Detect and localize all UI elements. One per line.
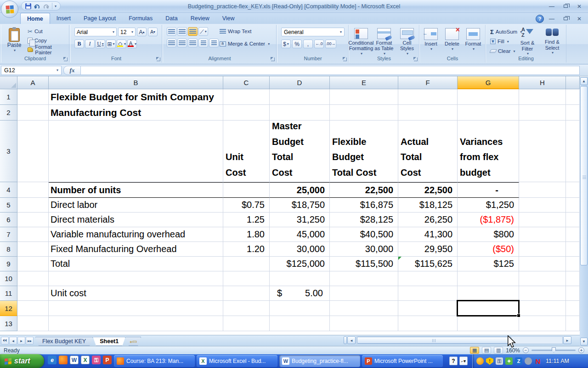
orientation-button[interactable]: ⟋▾ (198, 27, 208, 36)
cell-H12[interactable] (519, 301, 566, 316)
cell-F8[interactable]: 29,950 (398, 242, 458, 257)
column-header-G[interactable]: G (458, 76, 519, 89)
row-header-11[interactable]: 11 (0, 286, 17, 301)
decrease-indent-button[interactable] (198, 39, 208, 47)
cell-B5[interactable]: Direct labor (49, 198, 223, 213)
bold-button[interactable]: B (74, 40, 84, 48)
zoom-out-button[interactable]: − (523, 347, 529, 353)
cell-B4[interactable]: Number of units (49, 182, 223, 198)
office-button[interactable] (1, 0, 18, 18)
tab-home[interactable]: Home (20, 13, 50, 24)
row-header-3[interactable]: 3 (0, 121, 17, 182)
scroll-up-icon[interactable]: ▲ (580, 77, 588, 85)
format-painter-button[interactable]: Format Painter (26, 46, 69, 54)
cell-styles-button[interactable]: Cell Styles▾ (396, 27, 418, 56)
taskbar-button-budgeting[interactable]: W Budgeting_practice-fl... (279, 355, 360, 367)
cell-blank6[interactable] (566, 213, 580, 227)
format-cells-button[interactable]: Format▾ (463, 27, 483, 56)
align-center-button[interactable] (177, 39, 187, 47)
last-sheet-icon[interactable]: ▸▸ (26, 337, 34, 345)
cell-H11[interactable] (519, 286, 566, 301)
row-header-6[interactable]: 6 (0, 213, 17, 227)
underline-button[interactable]: U▾ (96, 40, 105, 48)
comma-style-button[interactable]: , (303, 40, 313, 48)
zoom-slider-handle[interactable] (552, 347, 556, 353)
workbook-restore-button[interactable] (560, 15, 571, 23)
paste-dropdown-icon[interactable]: ▾ (14, 48, 16, 52)
cell-H1[interactable] (519, 89, 566, 105)
cell-D10[interactable] (270, 271, 330, 286)
number-dialog-launcher[interactable] (343, 58, 347, 61)
cell-E5[interactable]: $16,875 (330, 198, 398, 213)
tray-messenger-icon[interactable] (476, 357, 484, 365)
name-box[interactable]: G12▾ (1, 66, 62, 75)
scroll-down-icon[interactable]: ▼ (580, 338, 588, 345)
cell-blank10[interactable] (566, 271, 580, 286)
font-dialog-launcher[interactable] (157, 58, 160, 61)
cell-H13[interactable] (519, 316, 566, 331)
cell-D9[interactable]: $125,000 (270, 257, 330, 271)
cell-G4[interactable]: - (458, 182, 519, 198)
taskbar-button-course[interactable]: Course: BA 213: Man... (114, 355, 195, 367)
cell-F6[interactable]: 26,250 (398, 213, 458, 227)
cell-H4[interactable] (519, 182, 566, 198)
cell-E4[interactable]: 22,500 (330, 182, 398, 198)
tray-key-icon[interactable]: ⚿ (496, 357, 503, 365)
cell-F11[interactable] (398, 286, 458, 301)
workbook-minimize-button[interactable]: — (546, 15, 558, 23)
cell-A4[interactable] (17, 182, 49, 198)
middle-align-button[interactable] (177, 27, 187, 36)
cell-blank8[interactable] (566, 242, 580, 257)
row-header-5[interactable]: 5 (0, 198, 17, 213)
cell-F2[interactable] (398, 105, 458, 121)
cell-D6[interactable]: 31,250 (270, 213, 330, 227)
page-break-view-button[interactable]: ▥ (494, 347, 503, 354)
restore-button[interactable] (560, 2, 571, 10)
cell-D5[interactable]: $18,750 (270, 198, 330, 213)
row-header-7[interactable]: 7 (0, 227, 17, 242)
cell-E6[interactable]: $28,125 (330, 213, 398, 227)
cell-D4[interactable]: 25,000 (270, 182, 330, 198)
cell-A9[interactable] (17, 257, 49, 271)
cell-A2[interactable] (17, 105, 49, 121)
cell-A3[interactable] (17, 121, 49, 182)
cell-H7[interactable] (519, 227, 566, 242)
column-header-E[interactable]: E (330, 76, 398, 89)
cell-C12[interactable] (223, 301, 270, 316)
insert-worksheet-icon[interactable]: ⁎▭ (125, 337, 141, 346)
row-header-4[interactable]: 4 (0, 182, 17, 198)
cell-E9[interactable]: $115,500 (330, 257, 398, 271)
percent-style-button[interactable]: % (292, 40, 302, 48)
cell-blank7[interactable] (566, 227, 580, 242)
cell-C3[interactable]: UnitCost (223, 121, 270, 182)
cell-H3[interactable] (519, 121, 566, 182)
cell-G9[interactable]: $125 (458, 257, 519, 271)
start-button[interactable]: start (0, 354, 44, 368)
font-name-select[interactable]: Arial▾ (74, 28, 117, 36)
cell-E11[interactable] (330, 286, 398, 301)
wrap-text-button[interactable]: Wrap Text (218, 27, 253, 35)
tab-page-layout[interactable]: Page Layout (77, 13, 122, 24)
cell-B1[interactable]: Flexible Budget for Smith Company (49, 89, 223, 105)
cell-C6[interactable]: 1.25 (223, 213, 270, 227)
excel-icon[interactable]: X (81, 356, 90, 364)
cell-A10[interactable] (17, 271, 49, 286)
cell-B13[interactable] (49, 316, 223, 331)
cell-G11[interactable] (458, 286, 519, 301)
cell-C9[interactable] (223, 257, 270, 271)
cell-A7[interactable] (17, 227, 49, 242)
cell-G5[interactable]: $1,250 (458, 198, 519, 213)
cell-F9[interactable]: $115,625 (398, 257, 458, 271)
cell-D11[interactable]: $5.00 (270, 286, 330, 301)
cell-blank13[interactable] (566, 316, 580, 331)
cell-C7[interactable]: 1.80 (223, 227, 270, 242)
sheet-tab-flex-budget-key[interactable]: Flex Budget KEY (35, 337, 93, 346)
cell-C11[interactable] (223, 286, 270, 301)
styles-dialog-launcher[interactable] (414, 58, 418, 61)
cell-blank5[interactable] (566, 198, 580, 213)
cell-F13[interactable] (398, 316, 458, 331)
cell-B9[interactable]: Total (49, 257, 223, 271)
cell-F10[interactable] (398, 271, 458, 286)
cell-C4[interactable] (223, 182, 270, 198)
delete-cells-button[interactable]: Delete▾ (442, 27, 462, 56)
